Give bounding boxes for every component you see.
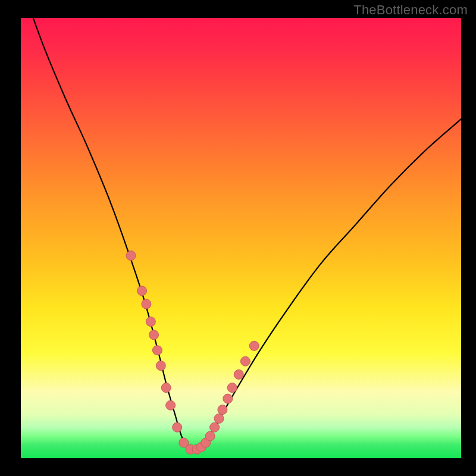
curve-marker [210, 422, 220, 432]
chart-frame: TheBottleneck.com [0, 0, 476, 476]
curve-marker [166, 400, 176, 410]
curve-marker [240, 356, 250, 366]
curve-marker [214, 414, 224, 423]
curve-marker [142, 299, 151, 309]
curve-marker [126, 251, 136, 261]
curve-marker [173, 422, 182, 432]
curve-markers [126, 251, 259, 455]
watermark-text: TheBottleneck.com [353, 2, 468, 18]
curve-marker [205, 431, 215, 441]
curve-marker [146, 317, 155, 327]
chart-svg [21, 18, 461, 458]
curve-marker [152, 346, 162, 355]
curve-marker [249, 341, 259, 350]
curve-marker [223, 394, 233, 403]
curve-marker [218, 405, 227, 415]
bottleneck-curve [21, 0, 461, 452]
curve-marker [156, 361, 165, 371]
curve-marker [234, 369, 243, 379]
curve-marker [149, 330, 159, 340]
plot-area [21, 18, 461, 458]
curve-marker [227, 383, 237, 393]
curve-marker [137, 286, 147, 296]
curve-marker [161, 383, 171, 393]
